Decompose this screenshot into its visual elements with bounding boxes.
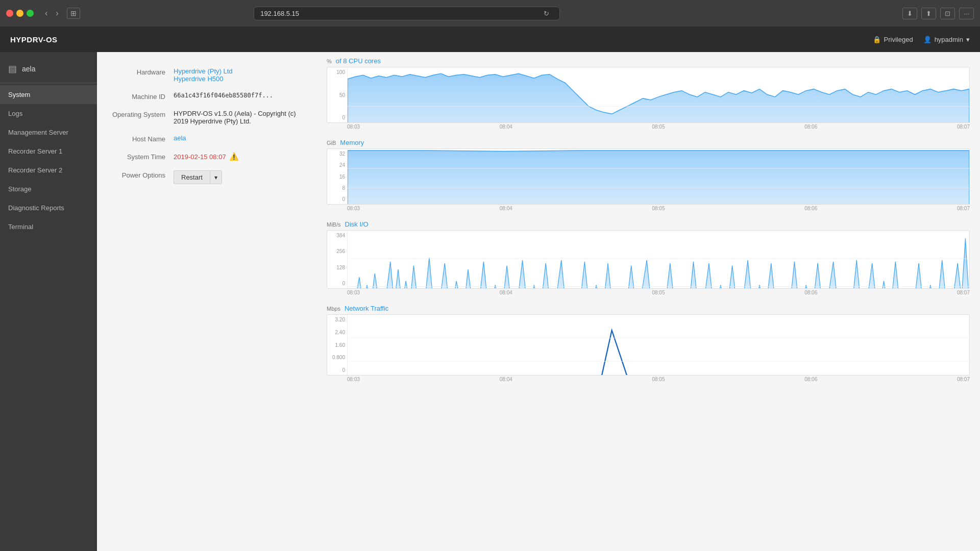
privileged-badge: 🔒 Privileged: [873, 36, 913, 43]
os-label: Operating System: [107, 110, 174, 118]
disk-unit: MiB/s: [327, 221, 341, 228]
power-options-label: Power Options: [107, 170, 174, 179]
machine-id-value: 66a1c43f16f046eb85580f7f...: [174, 92, 306, 99]
sidebar-item-recorder-server-1[interactable]: Recorder Server 1: [0, 142, 97, 161]
refresh-icon[interactable]: ↻: [544, 10, 549, 17]
power-options-row: Power Options Restart ▾: [107, 170, 306, 184]
sidebar-item-management-server[interactable]: Management Server: [0, 123, 97, 142]
sidebar-host[interactable]: ▤ aela: [0, 57, 97, 81]
system-time-text: 2019-02-15 08:07: [174, 153, 226, 161]
hardware-label: Hardware: [107, 67, 174, 76]
sidebar-item-recorder-server-2[interactable]: Recorder Server 2: [0, 161, 97, 180]
minimize-button[interactable]: [16, 10, 23, 17]
back-button[interactable]: ‹: [42, 8, 51, 19]
main-layout: ▤ aela System Logs Management Server Rec…: [0, 52, 980, 551]
content-area: Hardware Hyperdrive (Pty) Ltd Hyperdrive…: [97, 52, 980, 551]
disk-svg: [348, 231, 969, 288]
machine-id-label: Machine ID: [107, 92, 174, 101]
user-label: hypadmin: [935, 36, 963, 43]
disk-chart-body: [348, 231, 969, 288]
hostname-value: aela: [174, 134, 306, 142]
info-panel: Hardware Hyperdrive (Pty) Ltd Hyperdrive…: [97, 52, 316, 551]
cpu-yaxis: 100 50 0: [327, 67, 348, 122]
sidebar-item-system[interactable]: System: [0, 85, 97, 104]
browser-actions: ⬇ ⬆ ⊡ ···: [902, 8, 974, 19]
os-value: HYPDRV-OS v1.5.0 (Aela) - Copyright (c) …: [174, 110, 306, 125]
sidebar-recorder1-label: Recorder Server 1: [8, 147, 62, 155]
charts-panel: % of 8 CPU cores 100 50 0: [316, 52, 980, 551]
memory-chart-section: GiB Memory 32 24 16 8 0: [327, 139, 970, 212]
memory-svg: [348, 149, 969, 204]
cpu-chart-header: % of 8 CPU cores: [327, 57, 970, 65]
sidebar-toggle-button[interactable]: ⊞: [67, 8, 80, 19]
power-dropdown-button[interactable]: ▾: [210, 170, 222, 184]
server-icon: ▤: [8, 63, 17, 74]
machine-id-row: Machine ID 66a1c43f16f046eb85580f7f...: [107, 92, 306, 101]
browser-chrome: ‹ › ⊞ 192.168.5.15 ↻ ⬇ ⬆ ⊡ ···: [0, 0, 980, 27]
traffic-lights: [6, 10, 34, 17]
cpu-xaxis: 08:03 08:04 08:05 08:06 08:07: [327, 123, 970, 131]
app-title: HYPDRV-OS: [10, 35, 58, 44]
memory-chart-container: 32 24 16 8 0: [327, 148, 970, 205]
sidebar-recorder2-label: Recorder Server 2: [8, 166, 62, 174]
user-icon: 👤: [923, 36, 932, 43]
app-header: HYPDRV-OS 🔒 Privileged 👤 hypadmin ▾: [0, 27, 980, 52]
memory-chart-body: [348, 149, 969, 204]
hardware-model-link[interactable]: Hyperdrive H500: [174, 75, 224, 83]
sidebar-storage-label: Storage: [8, 185, 32, 193]
sidebar-diagnostic-label: Diagnostic Reports: [8, 204, 64, 212]
disk-title: Disk I/O: [345, 220, 369, 228]
system-time-label: System Time: [107, 152, 174, 161]
more-button[interactable]: ···: [959, 8, 974, 19]
memory-title: Memory: [340, 139, 364, 146]
hardware-row: Hardware Hyperdrive (Pty) Ltd Hyperdrive…: [107, 67, 306, 83]
close-button[interactable]: [6, 10, 13, 17]
os-row: Operating System HYPDRV-OS v1.5.0 (Aela)…: [107, 110, 306, 125]
cpu-svg: [348, 67, 969, 122]
sidebar-item-terminal[interactable]: Terminal: [0, 217, 97, 236]
network-chart-body: [348, 315, 969, 375]
download-button[interactable]: ⬇: [902, 8, 917, 19]
cpu-unit: %: [327, 58, 332, 64]
tabs-button[interactable]: ⊡: [940, 8, 955, 19]
chevron-down-icon: ▾: [966, 36, 970, 43]
sidebar-item-diagnostic-reports[interactable]: Diagnostic Reports: [0, 198, 97, 217]
maximize-button[interactable]: [27, 10, 34, 17]
sidebar-management-label: Management Server: [8, 129, 68, 136]
forward-button[interactable]: ›: [53, 8, 61, 19]
memory-yaxis: 32 24 16 8 0: [327, 149, 348, 204]
network-chart-header: Mbps Network Traffic: [327, 305, 970, 312]
disk-xaxis: 08:03 08:04 08:05 08:06 08:07: [327, 289, 970, 296]
sidebar-item-storage[interactable]: Storage: [0, 180, 97, 198]
system-time-row: System Time 2019-02-15 08:07 ⚠️: [107, 152, 306, 161]
memory-unit: GiB: [327, 140, 336, 146]
power-options-control: Restart ▾: [174, 170, 222, 184]
network-unit: Mbps: [327, 306, 340, 312]
user-menu[interactable]: 👤 hypadmin ▾: [923, 36, 970, 43]
sidebar-divider: [0, 83, 97, 83]
memory-xaxis: 08:03 08:04 08:05 08:06 08:07: [327, 205, 970, 212]
url-text: 192.168.5.15: [260, 10, 299, 17]
restart-button[interactable]: Restart: [174, 170, 210, 184]
sidebar-terminal-label: Terminal: [8, 223, 33, 231]
network-yaxis: 3.20 2.40 1.60 0.800 0: [327, 315, 348, 375]
lock-icon: 🔒: [873, 36, 881, 43]
hardware-make-link[interactable]: Hyperdrive (Pty) Ltd: [174, 67, 233, 75]
cpu-title: of 8 CPU cores: [336, 57, 381, 65]
host-name: aela: [22, 65, 35, 73]
share-button[interactable]: ⬆: [921, 8, 936, 19]
alert-icon: ⚠️: [229, 152, 239, 161]
sidebar: ▤ aela System Logs Management Server Rec…: [0, 52, 97, 551]
url-bar[interactable]: 192.168.5.15 ↻: [254, 7, 560, 20]
sidebar-item-logs[interactable]: Logs: [0, 104, 97, 123]
network-chart-section: Mbps Network Traffic 3.20 2.40 1.60 0.80…: [327, 305, 970, 383]
sidebar-system-label: System: [8, 91, 30, 98]
network-svg: [348, 315, 969, 375]
header-right: 🔒 Privileged 👤 hypadmin ▾: [873, 36, 970, 43]
cpu-chart-section: % of 8 CPU cores 100 50 0: [327, 57, 970, 131]
network-title: Network Traffic: [345, 305, 388, 312]
cpu-chart-body: [348, 67, 969, 122]
disk-yaxis: 384 256 128 0: [327, 231, 348, 288]
hardware-value: Hyperdrive (Pty) Ltd Hyperdrive H500: [174, 67, 306, 83]
network-chart-container: 3.20 2.40 1.60 0.800 0: [327, 314, 970, 375]
